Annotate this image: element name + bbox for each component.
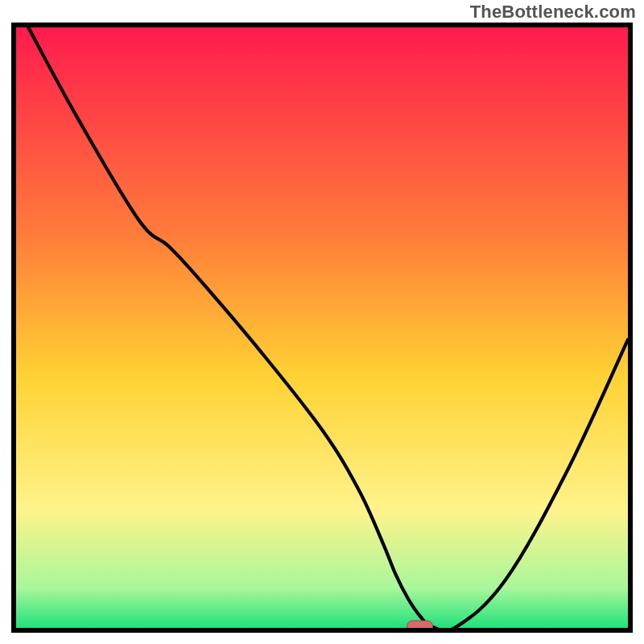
plot-area xyxy=(11,23,633,633)
bottleneck-chart xyxy=(11,23,633,633)
chart-container: TheBottleneck.com xyxy=(0,0,644,644)
watermark-text: TheBottleneck.com xyxy=(470,2,636,23)
gradient-background xyxy=(14,25,630,630)
